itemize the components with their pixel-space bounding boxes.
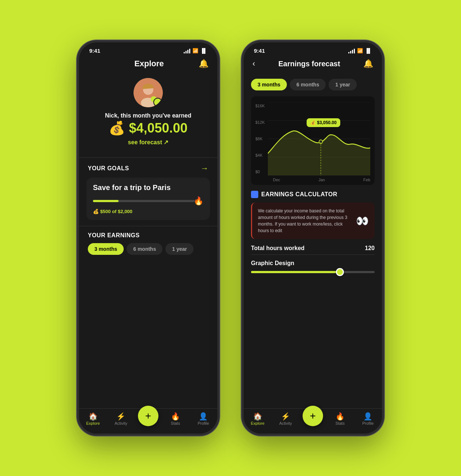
explore-screen: Explore 🔔 Nick, this month you've earned…	[79, 55, 217, 408]
signal-icon	[184, 48, 190, 53]
divider-2	[79, 226, 217, 226]
tab-profile-label-2: Profile	[362, 421, 374, 425]
goal-card: Save for a trip to Paris 🔥 💰 $500 of $2,…	[86, 178, 210, 220]
slider-track[interactable]	[251, 271, 375, 273]
x-label-feb: Feb	[363, 178, 370, 182]
avatar-svg	[134, 78, 163, 107]
period-tab-3m-2[interactable]: 3 months	[251, 79, 287, 90]
bell-icon[interactable]: 🔔	[199, 59, 209, 68]
stats-icon-2: 🔥	[336, 413, 345, 420]
fire-emoji: 🔥	[194, 196, 203, 206]
see-forecast-link[interactable]: see forecast ↗	[128, 139, 169, 146]
tab-profile-label: Profile	[198, 421, 209, 425]
period-tab-1y[interactable]: 1 year	[165, 243, 193, 255]
progress-bar-fill	[93, 200, 119, 202]
calc-title: EARNINGS CALCULATOR	[261, 191, 337, 198]
chart-tooltip: 💰 $3,050.00	[307, 118, 340, 127]
earnings-title: YOUR EARNINGS	[88, 232, 209, 239]
period-tab-6m-2[interactable]: 6 months	[290, 79, 326, 90]
divider-1	[79, 157, 217, 158]
activity-icon-2: ⚡	[281, 413, 290, 420]
battery-icon-2: ▐▌	[365, 48, 372, 53]
money-bag-emoji: 💰	[93, 209, 99, 214]
tab-explore-label-2: Explore	[251, 421, 265, 425]
forecast-title: Earnings forecast	[278, 60, 340, 68]
calc-info-card: We calculate your income based on the to…	[251, 202, 375, 239]
earnings-section: YOUR EARNINGS 3 months 6 months 1 year	[79, 232, 217, 255]
explore-title: Explore	[134, 59, 164, 68]
forecast-screen: ‹ Earnings forecast 🔔 3 months 6 months …	[244, 55, 382, 408]
hours-value[interactable]: 120	[365, 245, 375, 252]
design-section: Graphic Design	[251, 255, 375, 273]
tab-activity-2[interactable]: ⚡ Activity	[275, 413, 297, 425]
progress-row: 🔥	[93, 196, 203, 206]
status-bar-1: 9:41 📶 ▐▌	[79, 42, 217, 55]
tooltip-emoji: 💰	[310, 120, 316, 125]
money-emoji: 💰	[109, 120, 125, 135]
time-2: 9:41	[254, 48, 265, 54]
avatar	[134, 78, 163, 107]
stats-icon: 🔥	[171, 413, 180, 420]
tab-bar-2: 🏠 Explore ⚡ Activity + 🔥 Stats 👤 Profile	[244, 408, 382, 434]
tab-profile-1[interactable]: 👤 Profile	[192, 413, 214, 425]
calculator-section: EARNINGS CALCULATOR We calculate your in…	[244, 185, 382, 273]
eyes-emoji: 👀	[356, 215, 369, 227]
profile-icon: 👤	[199, 413, 208, 420]
forecast-header: ‹ Earnings forecast 🔔	[244, 55, 382, 74]
tab-stats-label: Stats	[171, 421, 180, 425]
goal-amount: 💰 $500 of $2,000	[93, 209, 203, 214]
hours-row: Total hours worked 120	[251, 239, 375, 255]
y-label-0: $0	[255, 170, 265, 174]
earnings-chart: $16K $12K $8K $4K $0	[251, 96, 375, 185]
x-label-dec: Dec	[273, 178, 280, 182]
calc-icon	[251, 191, 258, 198]
tab-activity-label: Activity	[115, 421, 127, 425]
tab-explore-2[interactable]: 🏠 Explore	[247, 413, 269, 425]
profile-icon-2: 👤	[363, 413, 372, 420]
hours-label: Total hours worked	[251, 245, 304, 252]
back-button[interactable]: ‹	[252, 59, 255, 68]
battery-icon: ▐▌	[200, 48, 207, 53]
goals-arrow[interactable]: →	[200, 164, 209, 173]
activity-icon: ⚡	[116, 413, 125, 420]
period-tab-3m[interactable]: 3 months	[88, 243, 124, 255]
progress-bar-bg	[93, 200, 195, 202]
chart-x-labels: Dec Jan Feb	[255, 175, 370, 182]
status-icons-1: 📶 ▐▌	[184, 48, 207, 53]
period-tab-6m[interactable]: 6 months	[127, 243, 162, 255]
tab-stats-1[interactable]: 🔥 Stats	[164, 413, 186, 425]
add-button-2[interactable]: +	[303, 406, 323, 426]
slider-thumb[interactable]	[336, 268, 344, 276]
phone-2: 9:41 📶 ▐▌ ‹ Earnings forecast 🔔 3 months…	[241, 40, 384, 436]
tab-explore-label: Explore	[86, 421, 100, 425]
phone-1: 9:41 📶 ▐▌ Explore 🔔	[77, 40, 220, 436]
calc-info-text: We calculate your income based on the to…	[258, 208, 352, 234]
goal-title: Save for a trip to Paris	[93, 183, 203, 192]
explore-header: Explore 🔔	[79, 55, 217, 74]
tab-stats-label-2: Stats	[336, 421, 345, 425]
add-button-1[interactable]: +	[138, 406, 158, 426]
tooltip-value: $3,050.00	[317, 120, 337, 125]
signal-icon-2	[348, 48, 355, 53]
tab-stats-2[interactable]: 🔥 Stats	[329, 413, 351, 425]
home-icon: 🏠	[89, 413, 98, 420]
wifi-icon: 📶	[192, 48, 198, 53]
y-label-16k: $16K	[255, 104, 265, 108]
tab-explore-1[interactable]: 🏠 Explore	[82, 413, 104, 425]
period-tab-1y-2[interactable]: 1 year	[329, 79, 356, 90]
y-label-12k: $12K	[255, 120, 265, 124]
home-icon-2: 🏠	[253, 413, 262, 420]
chart-svg	[268, 102, 370, 175]
bell-icon-2[interactable]: 🔔	[363, 59, 373, 68]
slider-fill	[251, 271, 340, 273]
wifi-icon-2: 📶	[357, 48, 363, 53]
tab-activity-1[interactable]: ⚡ Activity	[110, 413, 132, 425]
y-label-8k: $8K	[255, 137, 265, 141]
design-label: Graphic Design	[251, 260, 375, 267]
status-bar-2: 9:41 📶 ▐▌	[244, 42, 382, 55]
goals-section-header: YOUR GOALS →	[79, 164, 217, 173]
svg-point-3	[151, 96, 157, 102]
avatar-section: Nick, this month you've earned 💰 $4,050.…	[79, 74, 217, 152]
goals-title: YOUR GOALS	[88, 165, 129, 172]
tab-profile-2[interactable]: 👤 Profile	[357, 413, 379, 425]
